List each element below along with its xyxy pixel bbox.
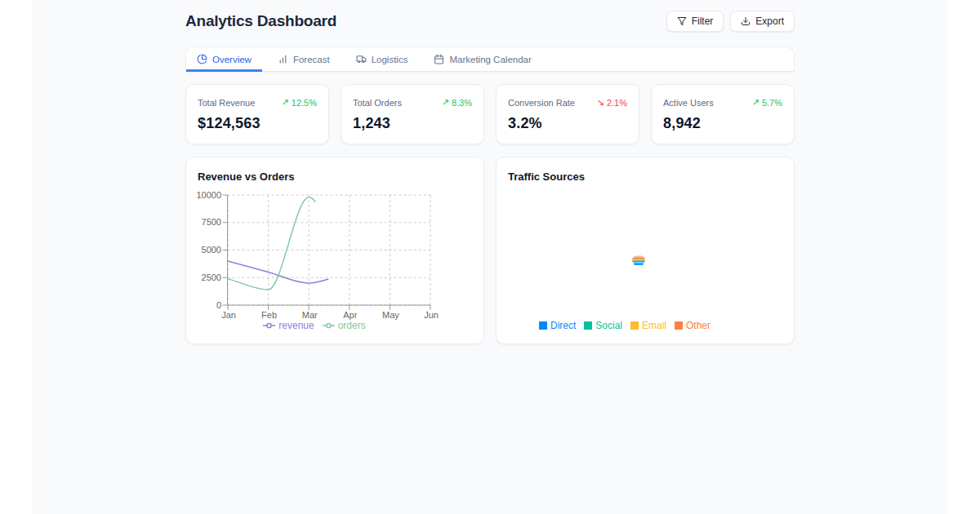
legend-item-direct: Direct [539, 320, 576, 331]
stat-card-total-revenue: Total Revenue ↗12.5% $124,563 [185, 84, 329, 144]
trend-badge: ↗5.7% [752, 97, 782, 108]
header: Analytics Dashboard Filter Export [185, 10, 795, 33]
traffic-sources-card: Traffic Sources DirectSocialEmailOther [496, 157, 795, 344]
stat-card-conversion-rate: Conversion Rate ↘2.1% 3.2% [496, 84, 639, 144]
download-icon [741, 16, 751, 26]
line-series-marker [263, 321, 275, 330]
stat-value: $124,563 [198, 115, 317, 132]
tab-logistics-label: Logistics [372, 55, 408, 64]
tab-overview[interactable]: Overview [186, 47, 262, 71]
traffic-pie-chart [632, 255, 645, 265]
tab-bar: Overview Forecast Logistics Marketing Ca… [185, 47, 795, 72]
header-actions: Filter Export [666, 11, 795, 32]
line-series-marker [323, 321, 335, 330]
tab-forecast-label: Forecast [293, 55, 330, 64]
stat-change: 12.5% [292, 98, 317, 108]
content-column: Analytics Dashboard Filter Export Overvi… [185, 0, 795, 344]
legend-item-email: Email [630, 320, 666, 331]
svg-text:Feb: Feb [261, 310, 277, 320]
tab-marketing-calendar[interactable]: Marketing Calendar [423, 47, 541, 71]
filter-button-label: Filter [692, 16, 714, 27]
line-chart-legend: revenueorders [186, 320, 443, 331]
pie-legend-swatch [630, 321, 639, 330]
truck-icon [356, 54, 367, 64]
legend-item-social: Social [584, 320, 622, 331]
tab-overview-label: Overview [212, 55, 252, 64]
svg-text:10000: 10000 [196, 190, 221, 200]
svg-text:May: May [382, 310, 399, 320]
trend-down-icon: ↘ [597, 97, 604, 108]
filter-button[interactable]: Filter [666, 11, 724, 32]
trend-up-icon: ↗ [442, 97, 449, 108]
charts-row: Revenue vs Orders 025005000750010000JanF… [185, 157, 795, 344]
export-button-label: Export [755, 16, 784, 27]
filter-icon [677, 16, 687, 26]
trend-up-icon: ↗ [282, 97, 289, 108]
pie-chart-legend: DirectSocialEmailOther [497, 320, 753, 331]
stat-label: Active Users [663, 98, 714, 108]
tab-forecast[interactable]: Forecast [267, 47, 341, 71]
svg-text:Jun: Jun [424, 310, 439, 320]
svg-text:0: 0 [216, 300, 221, 310]
stat-label: Total Orders [353, 98, 402, 108]
page-title: Analytics Dashboard [185, 12, 336, 30]
pie-chart-icon [197, 54, 207, 64]
svg-text:2500: 2500 [202, 273, 221, 282]
legend-item-revenue: revenue [263, 320, 314, 331]
bar-chart-icon [278, 54, 288, 64]
tab-marketing-calendar-label: Marketing Calendar [449, 55, 531, 64]
stat-value: 3.2% [508, 115, 627, 132]
pie-chart-title: Traffic Sources [508, 171, 782, 183]
svg-text:7500: 7500 [202, 217, 221, 227]
legend-item-orders: orders [323, 320, 366, 331]
revenue-orders-card: Revenue vs Orders 025005000750010000JanF… [185, 157, 484, 344]
stat-label: Conversion Rate [508, 98, 575, 108]
pie-legend-swatch [539, 321, 547, 330]
stat-value: 8,942 [663, 115, 782, 132]
legend-item-other: Other [675, 320, 710, 331]
stat-change: 5.7% [762, 98, 782, 108]
stat-value: 1,243 [353, 115, 472, 132]
trend-up-icon: ↗ [752, 97, 760, 108]
revenue-orders-line-chart: 025005000750010000JanFebMarAprMayJun [186, 157, 484, 344]
svg-text:5000: 5000 [202, 245, 221, 255]
svg-text:Jan: Jan [221, 310, 236, 320]
svg-text:Mar: Mar [302, 310, 318, 320]
pie-legend-swatch [584, 321, 592, 330]
trend-badge: ↗8.3% [442, 97, 472, 108]
stat-change: 2.1% [607, 98, 627, 108]
svg-text:Apr: Apr [343, 310, 357, 320]
stat-label: Total Revenue [198, 98, 255, 108]
stat-change: 8.3% [452, 98, 472, 108]
trend-badge: ↘2.1% [597, 97, 627, 108]
calendar-icon [434, 54, 444, 64]
stat-card-total-orders: Total Orders ↗8.3% 1,243 [341, 84, 484, 144]
stats-row: Total Revenue ↗12.5% $124,563 Total Orde… [185, 84, 795, 144]
stat-card-active-users: Active Users ↗5.7% 8,942 [651, 84, 795, 144]
dashboard-app: Analytics Dashboard Filter Export Overvi… [33, 0, 947, 514]
pie-legend-swatch [675, 321, 683, 330]
tab-logistics[interactable]: Logistics [345, 47, 419, 71]
export-button[interactable]: Export [730, 11, 795, 32]
trend-badge: ↗12.5% [282, 97, 317, 108]
